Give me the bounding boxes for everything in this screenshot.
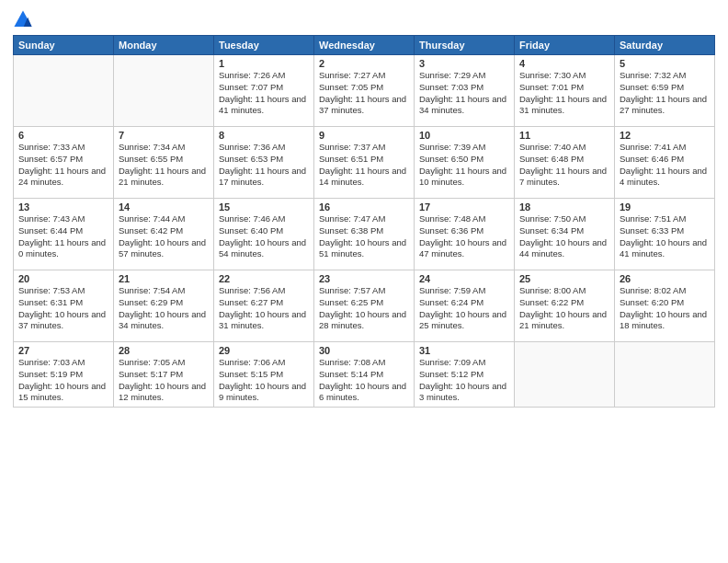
day-cell-6: 6Sunrise: 7:33 AMSunset: 6:57 PMDaylight… bbox=[14, 127, 114, 199]
day-info: Sunrise: 7:57 AMSunset: 6:25 PMDaylight:… bbox=[319, 285, 409, 332]
weekday-saturday: Saturday bbox=[615, 36, 715, 55]
day-info: Sunrise: 7:32 AMSunset: 6:59 PMDaylight:… bbox=[620, 70, 710, 117]
day-info: Sunrise: 7:39 AMSunset: 6:50 PMDaylight:… bbox=[419, 142, 509, 189]
day-number: 30 bbox=[319, 345, 409, 356]
empty-cell bbox=[14, 55, 114, 127]
day-info: Sunrise: 7:50 AMSunset: 6:34 PMDaylight:… bbox=[519, 213, 609, 260]
day-cell-1: 1Sunrise: 7:26 AMSunset: 7:07 PMDaylight… bbox=[214, 55, 314, 127]
day-info: Sunrise: 7:46 AMSunset: 6:40 PMDaylight:… bbox=[219, 213, 309, 260]
day-cell-18: 18Sunrise: 7:50 AMSunset: 6:34 PMDayligh… bbox=[515, 199, 615, 270]
day-info: Sunrise: 7:03 AMSunset: 5:19 PMDaylight:… bbox=[18, 357, 108, 404]
day-cell-11: 11Sunrise: 7:40 AMSunset: 6:48 PMDayligh… bbox=[515, 127, 615, 199]
day-info: Sunrise: 7:06 AMSunset: 5:15 PMDaylight:… bbox=[219, 357, 309, 404]
header bbox=[13, 9, 715, 29]
day-number: 7 bbox=[119, 130, 209, 141]
day-number: 21 bbox=[119, 273, 209, 284]
day-cell-29: 29Sunrise: 7:06 AMSunset: 5:15 PMDayligh… bbox=[214, 342, 314, 408]
week-row-3: 13Sunrise: 7:43 AMSunset: 6:44 PMDayligh… bbox=[14, 199, 715, 270]
weekday-thursday: Thursday bbox=[415, 36, 515, 55]
day-number: 24 bbox=[419, 273, 509, 284]
day-info: Sunrise: 7:54 AMSunset: 6:29 PMDaylight:… bbox=[119, 285, 209, 332]
day-cell-14: 14Sunrise: 7:44 AMSunset: 6:42 PMDayligh… bbox=[114, 199, 214, 270]
day-info: Sunrise: 7:53 AMSunset: 6:31 PMDaylight:… bbox=[18, 285, 108, 332]
day-cell-17: 17Sunrise: 7:48 AMSunset: 6:36 PMDayligh… bbox=[415, 199, 515, 270]
day-info: Sunrise: 7:56 AMSunset: 6:27 PMDaylight:… bbox=[219, 285, 309, 332]
day-info: Sunrise: 7:47 AMSunset: 6:38 PMDaylight:… bbox=[319, 213, 409, 260]
day-number: 10 bbox=[419, 130, 509, 141]
day-info: Sunrise: 7:09 AMSunset: 5:12 PMDaylight:… bbox=[419, 357, 509, 404]
calendar-table: SundayMondayTuesdayWednesdayThursdayFrid… bbox=[13, 35, 715, 408]
day-number: 6 bbox=[18, 130, 108, 141]
day-info: Sunrise: 7:33 AMSunset: 6:57 PMDaylight:… bbox=[18, 142, 108, 189]
day-info: Sunrise: 8:02 AMSunset: 6:20 PMDaylight:… bbox=[620, 285, 710, 332]
week-row-2: 6Sunrise: 7:33 AMSunset: 6:57 PMDaylight… bbox=[14, 127, 715, 199]
empty-cell bbox=[515, 342, 615, 408]
day-number: 12 bbox=[620, 130, 710, 141]
day-number: 20 bbox=[18, 273, 108, 284]
day-number: 19 bbox=[620, 201, 710, 213]
weekday-friday: Friday bbox=[515, 36, 615, 55]
day-info: Sunrise: 7:26 AMSunset: 7:07 PMDaylight:… bbox=[219, 70, 309, 117]
day-info: Sunrise: 7:36 AMSunset: 6:53 PMDaylight:… bbox=[219, 142, 309, 189]
day-cell-26: 26Sunrise: 8:02 AMSunset: 6:20 PMDayligh… bbox=[615, 270, 715, 342]
day-cell-5: 5Sunrise: 7:32 AMSunset: 6:59 PMDaylight… bbox=[615, 55, 715, 127]
day-number: 3 bbox=[419, 58, 509, 69]
day-info: Sunrise: 7:40 AMSunset: 6:48 PMDaylight:… bbox=[519, 142, 609, 189]
day-info: Sunrise: 7:48 AMSunset: 6:36 PMDaylight:… bbox=[419, 213, 509, 260]
day-number: 1 bbox=[219, 58, 309, 69]
day-number: 11 bbox=[519, 130, 609, 141]
day-cell-12: 12Sunrise: 7:41 AMSunset: 6:46 PMDayligh… bbox=[615, 127, 715, 199]
day-number: 22 bbox=[219, 273, 309, 284]
day-info: Sunrise: 7:43 AMSunset: 6:44 PMDaylight:… bbox=[18, 213, 108, 260]
day-info: Sunrise: 7:05 AMSunset: 5:17 PMDaylight:… bbox=[119, 357, 209, 404]
day-number: 17 bbox=[419, 201, 509, 213]
day-cell-16: 16Sunrise: 7:47 AMSunset: 6:38 PMDayligh… bbox=[314, 199, 415, 270]
day-number: 27 bbox=[18, 345, 108, 356]
day-number: 4 bbox=[519, 58, 609, 69]
day-cell-24: 24Sunrise: 7:59 AMSunset: 6:24 PMDayligh… bbox=[415, 270, 515, 342]
day-number: 25 bbox=[519, 273, 609, 284]
day-number: 13 bbox=[18, 201, 108, 213]
day-cell-27: 27Sunrise: 7:03 AMSunset: 5:19 PMDayligh… bbox=[14, 342, 114, 408]
weekday-monday: Monday bbox=[114, 36, 214, 55]
day-info: Sunrise: 7:29 AMSunset: 7:03 PMDaylight:… bbox=[419, 70, 509, 117]
day-number: 18 bbox=[519, 201, 609, 213]
day-cell-9: 9Sunrise: 7:37 AMSunset: 6:51 PMDaylight… bbox=[314, 127, 415, 199]
day-number: 2 bbox=[319, 58, 409, 69]
day-number: 5 bbox=[620, 58, 710, 69]
logo-icon bbox=[13, 9, 33, 29]
weekday-sunday: Sunday bbox=[14, 36, 114, 55]
day-cell-4: 4Sunrise: 7:30 AMSunset: 7:01 PMDaylight… bbox=[515, 55, 615, 127]
day-cell-10: 10Sunrise: 7:39 AMSunset: 6:50 PMDayligh… bbox=[415, 127, 515, 199]
day-info: Sunrise: 7:41 AMSunset: 6:46 PMDaylight:… bbox=[620, 142, 710, 189]
day-number: 28 bbox=[119, 345, 209, 356]
day-number: 14 bbox=[119, 201, 209, 213]
week-row-1: 1Sunrise: 7:26 AMSunset: 7:07 PMDaylight… bbox=[14, 55, 715, 127]
day-cell-20: 20Sunrise: 7:53 AMSunset: 6:31 PMDayligh… bbox=[14, 270, 114, 342]
day-number: 16 bbox=[319, 201, 409, 213]
day-number: 29 bbox=[219, 345, 309, 356]
day-number: 15 bbox=[219, 201, 309, 213]
day-info: Sunrise: 7:08 AMSunset: 5:14 PMDaylight:… bbox=[319, 357, 409, 404]
day-cell-15: 15Sunrise: 7:46 AMSunset: 6:40 PMDayligh… bbox=[214, 199, 314, 270]
logo bbox=[13, 9, 35, 29]
day-cell-2: 2Sunrise: 7:27 AMSunset: 7:05 PMDaylight… bbox=[314, 55, 415, 127]
day-info: Sunrise: 7:51 AMSunset: 6:33 PMDaylight:… bbox=[620, 213, 710, 260]
empty-cell bbox=[615, 342, 715, 408]
day-number: 9 bbox=[319, 130, 409, 141]
day-cell-13: 13Sunrise: 7:43 AMSunset: 6:44 PMDayligh… bbox=[14, 199, 114, 270]
day-number: 26 bbox=[620, 273, 710, 284]
calendar-page: SundayMondayTuesdayWednesdayThursdayFrid… bbox=[0, 0, 728, 563]
week-row-5: 27Sunrise: 7:03 AMSunset: 5:19 PMDayligh… bbox=[14, 342, 715, 408]
day-cell-21: 21Sunrise: 7:54 AMSunset: 6:29 PMDayligh… bbox=[114, 270, 214, 342]
empty-cell bbox=[114, 55, 214, 127]
day-info: Sunrise: 7:30 AMSunset: 7:01 PMDaylight:… bbox=[519, 70, 609, 117]
day-info: Sunrise: 7:37 AMSunset: 6:51 PMDaylight:… bbox=[319, 142, 409, 189]
week-row-4: 20Sunrise: 7:53 AMSunset: 6:31 PMDayligh… bbox=[14, 270, 715, 342]
day-cell-19: 19Sunrise: 7:51 AMSunset: 6:33 PMDayligh… bbox=[615, 199, 715, 270]
day-cell-28: 28Sunrise: 7:05 AMSunset: 5:17 PMDayligh… bbox=[114, 342, 214, 408]
weekday-header-row: SundayMondayTuesdayWednesdayThursdayFrid… bbox=[14, 36, 715, 55]
day-number: 23 bbox=[319, 273, 409, 284]
day-cell-3: 3Sunrise: 7:29 AMSunset: 7:03 PMDaylight… bbox=[415, 55, 515, 127]
day-info: Sunrise: 7:34 AMSunset: 6:55 PMDaylight:… bbox=[119, 142, 209, 189]
